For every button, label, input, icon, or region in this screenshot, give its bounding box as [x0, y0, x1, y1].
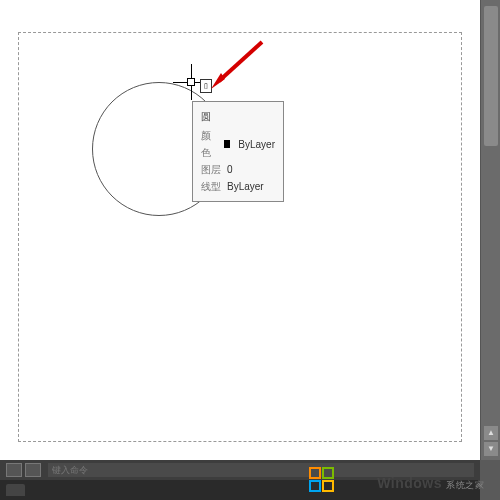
- status-toggle-button[interactable]: [25, 463, 41, 477]
- watermark-text: Windows 系统之家: [377, 475, 484, 492]
- vertical-scrollbar[interactable]: ▲ ▼: [480, 0, 500, 460]
- svg-line-0: [219, 42, 262, 81]
- tooltip-label: 图层: [201, 161, 221, 178]
- scroll-up-icon[interactable]: ▲: [484, 426, 498, 440]
- pickbox: [187, 78, 195, 86]
- annotation-arrow-icon: [207, 37, 267, 92]
- tooltip-label: 线型: [201, 178, 221, 195]
- svg-rect-4: [310, 481, 320, 491]
- drawing-canvas[interactable]: ▯ 圆 颜色 ByLayer 图层 0 线型 ByLayer: [0, 0, 480, 460]
- tooltip-value: ByLayer: [227, 178, 264, 195]
- tooltip-row-linetype: 线型 ByLayer: [201, 178, 275, 195]
- svg-rect-2: [310, 468, 320, 478]
- paper-boundary: [18, 32, 462, 442]
- windows-logo-icon: [308, 466, 336, 494]
- status-toggle-button[interactable]: [6, 463, 22, 477]
- layout-tab[interactable]: [6, 484, 25, 496]
- tooltip-label: 颜色: [201, 127, 218, 161]
- watermark-brand: Windows: [377, 475, 442, 491]
- tooltip-title: 圆: [201, 108, 275, 125]
- watermark-sub: 系统之家: [446, 479, 484, 492]
- svg-rect-3: [323, 468, 333, 478]
- tooltip-row-layer: 图层 0: [201, 161, 275, 178]
- color-swatch-icon: [224, 140, 231, 148]
- scrollbar-thumb[interactable]: [484, 6, 498, 146]
- scroll-down-icon[interactable]: ▼: [484, 442, 498, 456]
- entity-tooltip: 圆 颜色 ByLayer 图层 0 线型 ByLayer: [192, 101, 284, 202]
- tooltip-value: 0: [227, 161, 233, 178]
- svg-rect-5: [323, 481, 333, 491]
- tooltip-value: ByLayer: [238, 136, 275, 153]
- tooltip-row-color: 颜色 ByLayer: [201, 127, 275, 161]
